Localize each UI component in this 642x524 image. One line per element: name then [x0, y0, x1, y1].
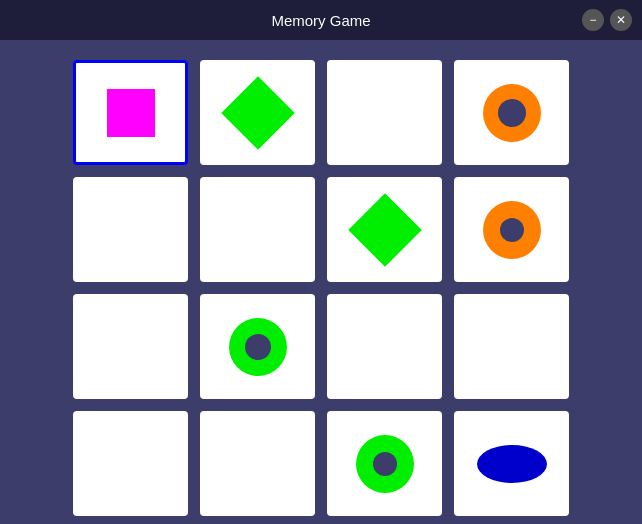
magenta-square-shape — [107, 89, 155, 137]
title-bar-buttons: − ✕ — [582, 9, 632, 31]
card-11[interactable] — [454, 294, 569, 399]
green-donut3-shape — [356, 435, 414, 493]
title-bar: Memory Game − ✕ — [0, 0, 642, 40]
card-4[interactable] — [73, 177, 188, 282]
close-button[interactable]: ✕ — [610, 9, 632, 31]
card-8[interactable] — [73, 294, 188, 399]
green-diamond2-shape — [348, 193, 422, 267]
card-6[interactable] — [327, 177, 442, 282]
orange-donut-shape — [483, 84, 541, 142]
green-donut-shape — [229, 318, 287, 376]
card-9[interactable] — [200, 294, 315, 399]
green-diamond-shape — [221, 76, 295, 150]
minimize-button[interactable]: − — [582, 9, 604, 31]
blue-ellipse-shape — [477, 445, 547, 483]
card-3[interactable] — [454, 60, 569, 165]
window-title: Memory Game — [271, 12, 370, 29]
game-area — [0, 40, 642, 524]
card-13[interactable] — [200, 411, 315, 516]
card-2[interactable] — [327, 60, 442, 165]
orange-donut2-shape — [483, 201, 541, 259]
card-grid — [73, 60, 569, 516]
card-10[interactable] — [327, 294, 442, 399]
card-12[interactable] — [73, 411, 188, 516]
card-1[interactable] — [200, 60, 315, 165]
card-0[interactable] — [73, 60, 188, 165]
card-7[interactable] — [454, 177, 569, 282]
card-5[interactable] — [200, 177, 315, 282]
card-15[interactable] — [454, 411, 569, 516]
app-window: Memory Game − ✕ — [0, 0, 642, 524]
card-14[interactable] — [327, 411, 442, 516]
